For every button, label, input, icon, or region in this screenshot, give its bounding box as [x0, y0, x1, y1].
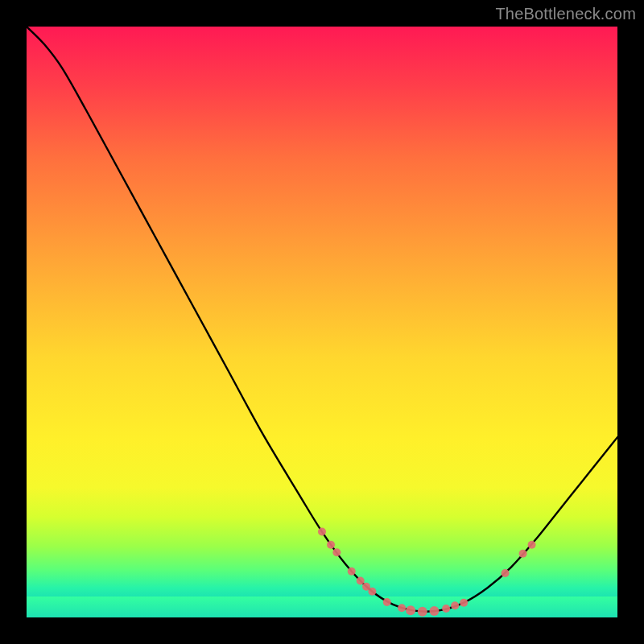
- curve-marker: [418, 607, 427, 617]
- curve-marker: [502, 569, 510, 577]
- curve-marker: [451, 601, 459, 609]
- curve-marker: [327, 541, 335, 549]
- curve-marker: [429, 606, 439, 616]
- curve-marker: [406, 605, 415, 615]
- watermark-text: TheBottleneck.com: [495, 5, 636, 23]
- curve-marker: [398, 604, 406, 612]
- curve-layer: [27, 27, 617, 617]
- curve-marker: [368, 588, 376, 596]
- curve-marker: [348, 568, 356, 576]
- plot-area: [27, 27, 617, 617]
- curve-marker: [519, 550, 527, 558]
- chart-stage: TheBottleneck.com: [0, 0, 644, 644]
- curve-marker: [332, 548, 341, 556]
- curve-marker: [383, 598, 391, 606]
- curve-marker: [460, 599, 468, 607]
- curve-marker: [357, 576, 365, 584]
- valley-curve: [27, 27, 617, 612]
- curve-marker: [442, 605, 450, 613]
- curve-markers: [318, 528, 536, 617]
- curve-marker: [528, 541, 536, 549]
- curve-marker: [318, 528, 326, 536]
